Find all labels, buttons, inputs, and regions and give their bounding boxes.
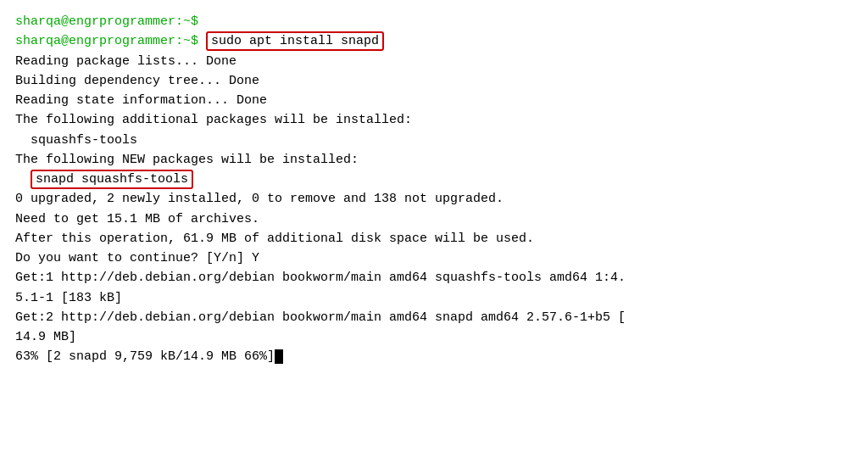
terminal-window: sharqa@engrprogrammer:~$ sharqa@engrprog… [0,0,868,452]
terminal-line: Do you want to continue? [Y/n] Y [15,248,853,268]
terminal-line: 5.1-1 [183 kB] [15,288,853,308]
terminal-line: Reading state information... Done [15,91,853,110]
terminal-line-pkg: snapd squashfs-tools [15,170,853,189]
terminal-line: 14.9 MB] [15,327,853,347]
terminal-line: Need to get 15.1 MB of archives. [15,209,853,229]
terminal-line: Building dependency tree... Done [15,71,853,91]
terminal-line: sharqa@engrprogrammer:~$ [15,12,853,31]
terminal-cursor [275,349,283,364]
terminal-line: After this operation, 61.9 MB of additio… [15,229,853,248]
terminal-progress-line: 63% [2 snapd 9,759 kB/14.9 MB 66%] [15,347,853,366]
prompt-text: sharqa@engrprogrammer:~$ [15,34,198,48]
terminal-line: Get:2 http://deb.debian.org/debian bookw… [15,308,853,327]
terminal-line: 0 upgraded, 2 newly installed, 0 to remo… [15,189,853,209]
package-highlight: snapd squashfs-tools [31,170,193,189]
terminal-line: squashfs-tools [15,131,853,150]
command-highlight: sudo apt install snapd [206,31,384,51]
prompt-text: sharqa@engrprogrammer:~$ [15,14,198,29]
terminal-line: The following NEW packages will be insta… [15,150,853,170]
terminal-line: Reading package lists... Done [15,52,853,71]
terminal-line: The following additional packages will b… [15,110,853,130]
terminal-line-cmd: sharqa@engrprogrammer:~$ sudo apt instal… [15,31,853,51]
terminal-line: Get:1 http://deb.debian.org/debian bookw… [15,268,853,287]
